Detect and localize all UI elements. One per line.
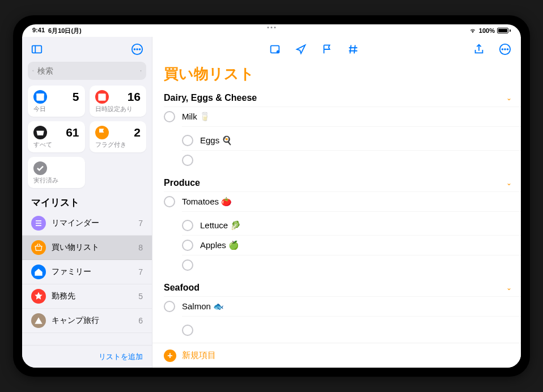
sidebar-toolbar [22, 37, 152, 62]
chevron-down-icon: ⌄ [506, 179, 512, 187]
checkbox[interactable] [182, 135, 193, 146]
card-today[interactable]: 5 今日 [28, 86, 85, 117]
list-shopping[interactable]: 買い物リスト 8 [22, 236, 152, 260]
checkbox[interactable] [182, 240, 193, 251]
new-reminder-button[interactable]: + 新規項目 [152, 343, 521, 368]
list-count: 5 [138, 292, 143, 301]
reminder-item-empty[interactable] [182, 255, 521, 275]
my-lists: リマインダー 7 買い物リスト 8 ファミリー 7 勤務先 5 キャンプ旅行 6 [22, 211, 152, 345]
group-seafood: Seafood ⌄ Salmon 🐟 [164, 279, 521, 340]
group-header[interactable]: Dairy, Eggs & Cheese ⌄ [164, 90, 521, 106]
tray-icon [33, 126, 47, 139]
list-label: 勤務先 [52, 291, 133, 301]
list-count: 7 [138, 219, 143, 228]
svg-text:+: + [277, 50, 279, 53]
svg-point-6 [33, 70, 34, 71]
checkbox[interactable] [182, 259, 193, 271]
toggle-sidebar-button[interactable] [29, 41, 45, 57]
more-menu-button[interactable] [129, 41, 145, 57]
calendar-icon [33, 90, 47, 104]
reminder-item-empty[interactable] [182, 150, 521, 170]
group-header[interactable]: Seafood ⌄ [164, 279, 521, 296]
add-list-button[interactable]: リストを追加 [99, 352, 143, 362]
group-title: Dairy, Eggs & Cheese [164, 93, 257, 103]
reminder-item[interactable]: Milk 🥛 [164, 106, 521, 126]
svg-rect-11 [98, 93, 105, 101]
card-all[interactable]: 61 すべて [28, 121, 85, 152]
checkbox[interactable] [164, 111, 175, 122]
card-label: 日時設定あり [95, 105, 141, 113]
list-work[interactable]: 勤務先 5 [22, 284, 152, 309]
search-icon [32, 65, 34, 76]
search-field[interactable] [28, 62, 146, 80]
reminder-item[interactable]: Eggs 🍳 [182, 131, 521, 150]
card-count: 5 [73, 90, 79, 104]
status-date: 6月10日(月) [48, 27, 82, 35]
checkbox[interactable] [182, 155, 193, 166]
share-button[interactable] [471, 41, 487, 57]
sidebar-footer: リストを追加 [22, 345, 152, 368]
checkbox[interactable] [182, 325, 193, 336]
card-scheduled[interactable]: 16 日時設定あり [90, 86, 147, 117]
checkbox[interactable] [164, 301, 175, 312]
list-family[interactable]: ファミリー 7 [22, 260, 152, 284]
group-dairy: Dairy, Eggs & Cheese ⌄ Milk 🥛 Eggs 🍳 [164, 90, 521, 170]
group-header[interactable]: Produce ⌄ [164, 174, 521, 191]
card-label: フラグ付き [95, 140, 141, 149]
calendar-icon [95, 90, 109, 104]
group-title: Produce [164, 178, 200, 188]
svg-point-25 [507, 49, 508, 50]
battery-icon [497, 28, 511, 33]
reminder-item-empty[interactable] [182, 321, 521, 340]
card-count: 16 [128, 90, 141, 104]
card-completed[interactable]: 実行済み [28, 157, 85, 188]
reminder-item[interactable]: Lettuce 🥬 [182, 216, 521, 235]
location-button[interactable] [293, 41, 309, 57]
reminder-item[interactable]: Apples 🍏 [182, 235, 521, 255]
reminder-item[interactable]: Salmon 🐟 [164, 296, 521, 316]
svg-line-18 [350, 45, 351, 54]
reminder-text: Lettuce 🥬 [200, 220, 521, 231]
reminder-text: Milk 🥛 [182, 112, 521, 122]
main-panel: + 買い物リスト Dairy, Eggs & Cheese ⌄ Milk 🥛 E… [152, 37, 521, 368]
list-camping[interactable]: キャンプ旅行 6 [22, 309, 152, 333]
reminder-item[interactable]: Tomatoes 🍅 [164, 191, 521, 211]
svg-point-23 [502, 49, 503, 50]
card-flagged[interactable]: 2 フラグ付き [90, 121, 147, 152]
list-title: 買い物リスト [152, 62, 521, 90]
list-count: 6 [138, 316, 143, 325]
reminder-text: Salmon 🐟 [182, 301, 521, 312]
card-count: 2 [134, 126, 141, 139]
checkbox[interactable] [164, 196, 175, 207]
svg-rect-8 [141, 70, 141, 71]
list-reminders[interactable]: リマインダー 7 [22, 211, 152, 236]
details-button[interactable]: + [267, 41, 283, 57]
card-label: すべて [33, 140, 79, 149]
list-more-button[interactable] [497, 41, 513, 57]
section-mylists: マイリスト [22, 194, 152, 211]
tag-button[interactable] [345, 41, 361, 57]
home-icon [31, 265, 46, 279]
list-icon [31, 216, 46, 231]
new-reminder-label: 新規項目 [182, 350, 216, 361]
group-produce: Produce ⌄ Tomatoes 🍅 Lettuce 🥬 Apples 🍏 [164, 174, 521, 275]
main-toolbar: + [152, 37, 521, 62]
list-label: ファミリー [52, 267, 133, 277]
reminder-text: Tomatoes 🍅 [182, 197, 521, 207]
mic-icon[interactable] [140, 65, 142, 76]
svg-point-4 [137, 49, 138, 50]
search-input[interactable] [37, 66, 137, 75]
list-label: キャンプ旅行 [52, 316, 133, 326]
multitask-indicator[interactable] [268, 27, 276, 28]
svg-point-5 [139, 49, 141, 50]
app-content: 5 今日 16 日時設定あり 61 すべて 2 フラグ付き 実行済み マイリスト… [22, 37, 521, 368]
reminder-text: Eggs 🍳 [200, 135, 521, 146]
reminders-content[interactable]: Dairy, Eggs & Cheese ⌄ Milk 🥛 Eggs 🍳 Pro… [152, 90, 521, 343]
star-icon [31, 289, 46, 304]
flag-button[interactable] [319, 41, 335, 57]
tent-icon [31, 313, 46, 328]
checkbox[interactable] [182, 220, 193, 231]
plus-icon: + [164, 350, 176, 362]
card-count: 61 [66, 126, 79, 139]
reminder-text: Apples 🍏 [200, 240, 521, 250]
